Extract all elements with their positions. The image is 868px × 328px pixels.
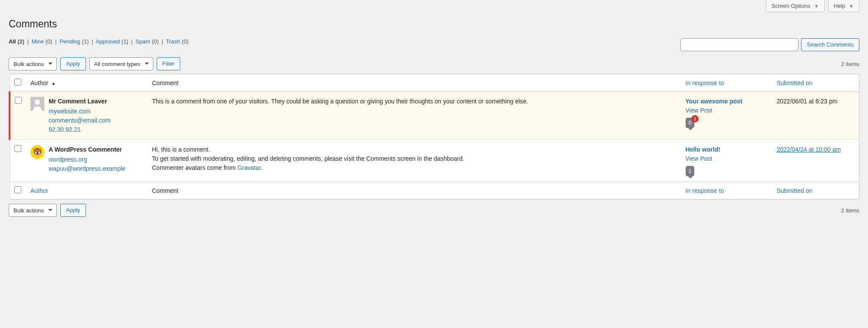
screen-options-tab[interactable]: Screen Options ▼ bbox=[766, 0, 825, 12]
avatar bbox=[30, 97, 44, 111]
filter-mine[interactable]: Mine (0) bbox=[32, 38, 54, 45]
apply-button[interactable]: Apply bbox=[60, 57, 86, 70]
filter-pending[interactable]: Pending (1) bbox=[59, 38, 90, 45]
pending-count-badge: 1 bbox=[691, 115, 699, 123]
author-url-link[interactable]: wordpress.org bbox=[49, 155, 125, 164]
status-filters: All (2) | Mine (0) | Pending (1) | Appro… bbox=[9, 38, 188, 45]
apply-button-bottom[interactable]: Apply bbox=[60, 204, 86, 217]
comment-text: Hi, this is a comment.To get started wit… bbox=[152, 145, 677, 172]
sort-asc-icon: ▲ bbox=[51, 81, 56, 86]
col-comment: Comment bbox=[148, 74, 681, 92]
submitted-date-link[interactable]: 2022/04/24 at 10:00 am bbox=[777, 146, 841, 153]
author-email-link[interactable]: wapuu@wordpress.example bbox=[49, 164, 125, 173]
caret-down-icon: ▼ bbox=[814, 3, 819, 9]
author-name: Mr Comment Leaver bbox=[49, 97, 111, 106]
caret-down-icon: ▼ bbox=[849, 3, 854, 9]
page-title: Comments bbox=[9, 14, 859, 32]
help-label: Help bbox=[834, 3, 845, 9]
filter-spam[interactable]: Spam (0) bbox=[135, 38, 160, 45]
col-comment-bottom: Comment bbox=[148, 182, 681, 199]
submitted-date: 2022/06/01 at 6:23 pm bbox=[777, 98, 838, 105]
comment-count-bubble[interactable]: 1 bbox=[686, 166, 695, 176]
help-tab[interactable]: Help ▼ bbox=[828, 0, 859, 12]
table-row: Mr Comment Leavermywebsite.comcomments@e… bbox=[10, 92, 859, 140]
view-post-link[interactable]: View Post bbox=[686, 106, 768, 115]
sort-date-bottom[interactable]: Submitted on bbox=[777, 187, 813, 194]
row-checkbox[interactable] bbox=[14, 145, 21, 152]
comment-text: This is a comment from one of your visit… bbox=[152, 97, 677, 106]
item-count: 2 items bbox=[841, 61, 859, 67]
sort-date[interactable]: Submitted on bbox=[777, 80, 813, 86]
select-all-checkbox[interactable] bbox=[14, 79, 21, 86]
gravatar-link[interactable]: Gravatar bbox=[238, 164, 261, 171]
select-all-checkbox-bottom[interactable] bbox=[14, 186, 21, 193]
filter-button[interactable]: Filter bbox=[157, 57, 181, 70]
sort-response[interactable]: In response to bbox=[686, 80, 724, 86]
search-input[interactable] bbox=[680, 38, 799, 51]
avatar: 🐯 bbox=[30, 145, 44, 159]
filter-approved[interactable]: Approved (1) bbox=[96, 38, 130, 45]
search-button[interactable]: Search Comments bbox=[801, 38, 859, 51]
view-post-link[interactable]: View Post bbox=[686, 154, 768, 163]
bulk-actions-select-bottom[interactable]: Bulk actions bbox=[9, 204, 57, 217]
author-email-link[interactable]: comments@email.com bbox=[49, 116, 111, 125]
author-name: A WordPress Commenter bbox=[49, 145, 125, 154]
sort-author-bottom[interactable]: Author bbox=[30, 187, 48, 194]
bulk-actions-select[interactable]: Bulk actions bbox=[9, 57, 57, 70]
comments-table: Author ▲ Comment In response to Submitte… bbox=[9, 74, 859, 199]
comment-type-select[interactable]: All comment types bbox=[89, 57, 153, 70]
sort-response-bottom[interactable]: In response to bbox=[686, 187, 724, 194]
item-count-bottom: 2 items bbox=[841, 207, 859, 214]
author-ip-link[interactable]: 92.30.92.21 bbox=[49, 125, 111, 134]
sort-author[interactable]: Author ▲ bbox=[30, 80, 56, 86]
screen-options-label: Screen Options bbox=[772, 3, 811, 9]
author-url-link[interactable]: mywebsite.com bbox=[49, 107, 111, 116]
filter-trash[interactable]: Trash (0) bbox=[166, 38, 188, 45]
response-post-link[interactable]: Hello world! bbox=[686, 145, 768, 154]
filter-all[interactable]: All (2) bbox=[9, 38, 26, 45]
table-row: 🐯A WordPress Commenterwordpress.orgwapuu… bbox=[10, 140, 859, 182]
response-post-link[interactable]: Your awesome post bbox=[686, 97, 768, 106]
row-checkbox[interactable] bbox=[15, 97, 22, 104]
